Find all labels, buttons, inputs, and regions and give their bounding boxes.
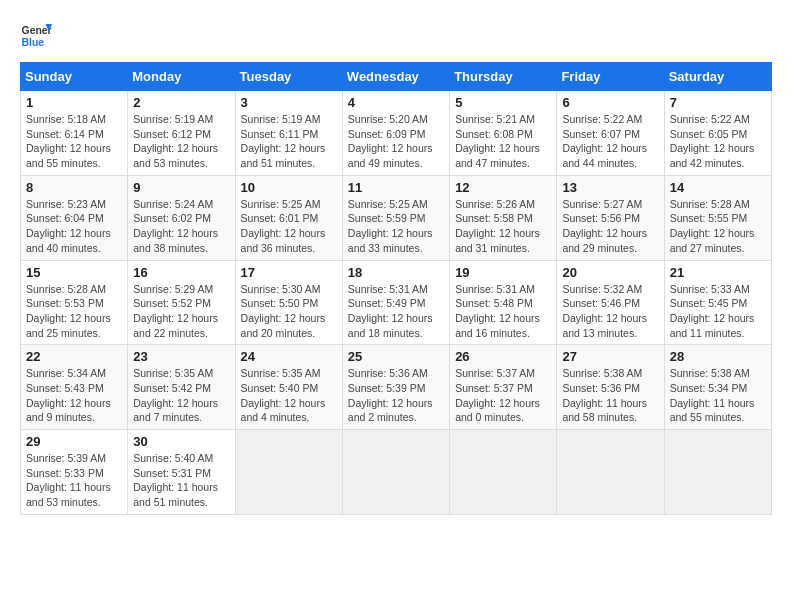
day-number: 29 <box>26 434 122 449</box>
day-info: Sunrise: 5:21 AM Sunset: 6:08 PM Dayligh… <box>455 112 551 171</box>
calendar-cell: 16Sunrise: 5:29 AM Sunset: 5:52 PM Dayli… <box>128 260 235 345</box>
calendar-cell: 22Sunrise: 5:34 AM Sunset: 5:43 PM Dayli… <box>21 345 128 430</box>
day-info: Sunrise: 5:36 AM Sunset: 5:39 PM Dayligh… <box>348 366 444 425</box>
day-info: Sunrise: 5:26 AM Sunset: 5:58 PM Dayligh… <box>455 197 551 256</box>
calendar-cell: 4Sunrise: 5:20 AM Sunset: 6:09 PM Daylig… <box>342 91 449 176</box>
day-info: Sunrise: 5:25 AM Sunset: 5:59 PM Dayligh… <box>348 197 444 256</box>
column-header-saturday: Saturday <box>664 63 771 91</box>
day-info: Sunrise: 5:23 AM Sunset: 6:04 PM Dayligh… <box>26 197 122 256</box>
calendar-cell: 13Sunrise: 5:27 AM Sunset: 5:56 PM Dayli… <box>557 175 664 260</box>
calendar-cell: 3Sunrise: 5:19 AM Sunset: 6:11 PM Daylig… <box>235 91 342 176</box>
logo-icon: General Blue <box>20 20 52 52</box>
day-info: Sunrise: 5:19 AM Sunset: 6:12 PM Dayligh… <box>133 112 229 171</box>
day-info: Sunrise: 5:22 AM Sunset: 6:05 PM Dayligh… <box>670 112 766 171</box>
column-header-monday: Monday <box>128 63 235 91</box>
calendar-cell: 1Sunrise: 5:18 AM Sunset: 6:14 PM Daylig… <box>21 91 128 176</box>
calendar-week-row: 29Sunrise: 5:39 AM Sunset: 5:33 PM Dayli… <box>21 430 772 515</box>
day-info: Sunrise: 5:28 AM Sunset: 5:55 PM Dayligh… <box>670 197 766 256</box>
day-number: 11 <box>348 180 444 195</box>
calendar-cell: 30Sunrise: 5:40 AM Sunset: 5:31 PM Dayli… <box>128 430 235 515</box>
day-number: 20 <box>562 265 658 280</box>
day-number: 1 <box>26 95 122 110</box>
calendar-cell <box>450 430 557 515</box>
day-info: Sunrise: 5:35 AM Sunset: 5:42 PM Dayligh… <box>133 366 229 425</box>
day-number: 4 <box>348 95 444 110</box>
day-number: 8 <box>26 180 122 195</box>
day-number: 13 <box>562 180 658 195</box>
day-info: Sunrise: 5:30 AM Sunset: 5:50 PM Dayligh… <box>241 282 337 341</box>
day-number: 16 <box>133 265 229 280</box>
day-info: Sunrise: 5:31 AM Sunset: 5:48 PM Dayligh… <box>455 282 551 341</box>
calendar-cell: 25Sunrise: 5:36 AM Sunset: 5:39 PM Dayli… <box>342 345 449 430</box>
page-header: General Blue <box>20 20 772 52</box>
day-number: 30 <box>133 434 229 449</box>
logo: General Blue <box>20 20 52 52</box>
day-info: Sunrise: 5:35 AM Sunset: 5:40 PM Dayligh… <box>241 366 337 425</box>
day-info: Sunrise: 5:22 AM Sunset: 6:07 PM Dayligh… <box>562 112 658 171</box>
day-number: 22 <box>26 349 122 364</box>
day-number: 9 <box>133 180 229 195</box>
calendar-week-row: 15Sunrise: 5:28 AM Sunset: 5:53 PM Dayli… <box>21 260 772 345</box>
calendar-cell: 17Sunrise: 5:30 AM Sunset: 5:50 PM Dayli… <box>235 260 342 345</box>
calendar-cell: 2Sunrise: 5:19 AM Sunset: 6:12 PM Daylig… <box>128 91 235 176</box>
calendar-body: 1Sunrise: 5:18 AM Sunset: 6:14 PM Daylig… <box>21 91 772 515</box>
column-header-thursday: Thursday <box>450 63 557 91</box>
day-info: Sunrise: 5:39 AM Sunset: 5:33 PM Dayligh… <box>26 451 122 510</box>
day-number: 27 <box>562 349 658 364</box>
calendar-cell: 5Sunrise: 5:21 AM Sunset: 6:08 PM Daylig… <box>450 91 557 176</box>
day-number: 15 <box>26 265 122 280</box>
column-header-wednesday: Wednesday <box>342 63 449 91</box>
day-number: 5 <box>455 95 551 110</box>
calendar-cell <box>664 430 771 515</box>
day-number: 6 <box>562 95 658 110</box>
calendar-cell: 24Sunrise: 5:35 AM Sunset: 5:40 PM Dayli… <box>235 345 342 430</box>
calendar-cell: 12Sunrise: 5:26 AM Sunset: 5:58 PM Dayli… <box>450 175 557 260</box>
column-header-tuesday: Tuesday <box>235 63 342 91</box>
calendar-cell: 15Sunrise: 5:28 AM Sunset: 5:53 PM Dayli… <box>21 260 128 345</box>
day-info: Sunrise: 5:29 AM Sunset: 5:52 PM Dayligh… <box>133 282 229 341</box>
day-info: Sunrise: 5:38 AM Sunset: 5:36 PM Dayligh… <box>562 366 658 425</box>
calendar-cell: 27Sunrise: 5:38 AM Sunset: 5:36 PM Dayli… <box>557 345 664 430</box>
calendar-cell: 10Sunrise: 5:25 AM Sunset: 6:01 PM Dayli… <box>235 175 342 260</box>
day-info: Sunrise: 5:25 AM Sunset: 6:01 PM Dayligh… <box>241 197 337 256</box>
calendar-cell: 21Sunrise: 5:33 AM Sunset: 5:45 PM Dayli… <box>664 260 771 345</box>
day-info: Sunrise: 5:33 AM Sunset: 5:45 PM Dayligh… <box>670 282 766 341</box>
calendar-cell: 14Sunrise: 5:28 AM Sunset: 5:55 PM Dayli… <box>664 175 771 260</box>
day-info: Sunrise: 5:28 AM Sunset: 5:53 PM Dayligh… <box>26 282 122 341</box>
day-number: 18 <box>348 265 444 280</box>
day-number: 14 <box>670 180 766 195</box>
day-info: Sunrise: 5:31 AM Sunset: 5:49 PM Dayligh… <box>348 282 444 341</box>
day-number: 19 <box>455 265 551 280</box>
calendar-cell: 9Sunrise: 5:24 AM Sunset: 6:02 PM Daylig… <box>128 175 235 260</box>
calendar-cell <box>235 430 342 515</box>
day-info: Sunrise: 5:24 AM Sunset: 6:02 PM Dayligh… <box>133 197 229 256</box>
column-header-sunday: Sunday <box>21 63 128 91</box>
day-info: Sunrise: 5:32 AM Sunset: 5:46 PM Dayligh… <box>562 282 658 341</box>
day-info: Sunrise: 5:20 AM Sunset: 6:09 PM Dayligh… <box>348 112 444 171</box>
calendar-week-row: 8Sunrise: 5:23 AM Sunset: 6:04 PM Daylig… <box>21 175 772 260</box>
calendar-cell: 6Sunrise: 5:22 AM Sunset: 6:07 PM Daylig… <box>557 91 664 176</box>
calendar-cell: 20Sunrise: 5:32 AM Sunset: 5:46 PM Dayli… <box>557 260 664 345</box>
day-info: Sunrise: 5:34 AM Sunset: 5:43 PM Dayligh… <box>26 366 122 425</box>
calendar-cell <box>557 430 664 515</box>
column-header-friday: Friday <box>557 63 664 91</box>
calendar-cell: 8Sunrise: 5:23 AM Sunset: 6:04 PM Daylig… <box>21 175 128 260</box>
calendar-cell: 28Sunrise: 5:38 AM Sunset: 5:34 PM Dayli… <box>664 345 771 430</box>
day-number: 28 <box>670 349 766 364</box>
calendar-cell: 29Sunrise: 5:39 AM Sunset: 5:33 PM Dayli… <box>21 430 128 515</box>
day-number: 10 <box>241 180 337 195</box>
calendar-cell: 26Sunrise: 5:37 AM Sunset: 5:37 PM Dayli… <box>450 345 557 430</box>
day-info: Sunrise: 5:27 AM Sunset: 5:56 PM Dayligh… <box>562 197 658 256</box>
day-number: 12 <box>455 180 551 195</box>
day-number: 3 <box>241 95 337 110</box>
day-number: 17 <box>241 265 337 280</box>
day-number: 23 <box>133 349 229 364</box>
day-info: Sunrise: 5:38 AM Sunset: 5:34 PM Dayligh… <box>670 366 766 425</box>
day-number: 2 <box>133 95 229 110</box>
day-number: 7 <box>670 95 766 110</box>
day-number: 21 <box>670 265 766 280</box>
svg-text:Blue: Blue <box>22 37 45 48</box>
day-number: 25 <box>348 349 444 364</box>
calendar-cell: 18Sunrise: 5:31 AM Sunset: 5:49 PM Dayli… <box>342 260 449 345</box>
day-number: 24 <box>241 349 337 364</box>
